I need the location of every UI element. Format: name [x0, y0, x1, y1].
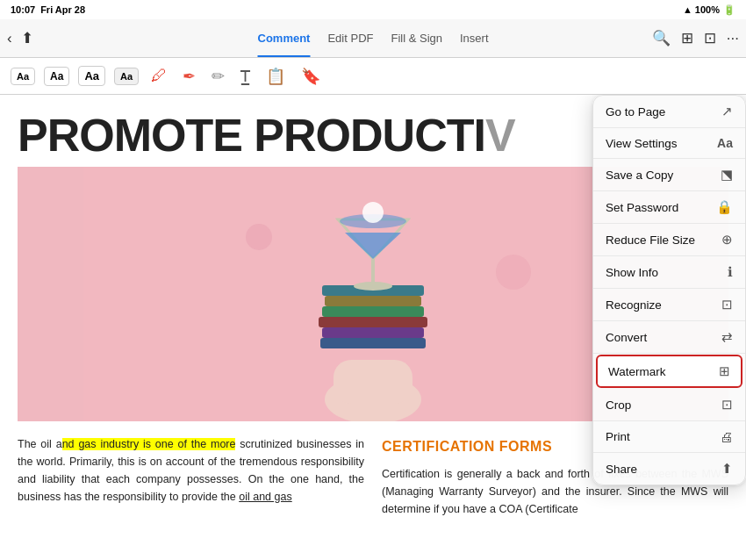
text-tool[interactable]: T̲ — [237, 63, 254, 90]
wifi-icon: ▲ 100% — [683, 4, 720, 15]
menu-label-view-settings: View Settings — [606, 137, 678, 150]
menu-label-set-password: Set Password — [606, 201, 678, 214]
svg-point-12 — [362, 202, 384, 223]
back-icon[interactable]: ‹ — [7, 30, 12, 47]
search-icon[interactable]: 🔍 — [652, 29, 671, 47]
sticky-note-tool[interactable]: 📋 — [262, 63, 289, 90]
menu-label-save-copy: Save a Copy — [606, 169, 673, 182]
tab-comment[interactable]: Comment — [257, 28, 310, 48]
svg-rect-2 — [334, 360, 412, 404]
svg-point-14 — [496, 255, 531, 290]
menu-label-watermark: Watermark — [608, 365, 666, 378]
text-size-3[interactable]: Aa — [78, 66, 105, 86]
menu-label-go-to-page: Go to Page — [606, 105, 665, 118]
more-icon[interactable]: ··· — [727, 30, 739, 47]
highlight-tool[interactable]: 🖊 — [147, 63, 170, 89]
toolbar: ‹ ⬆ Comment Edit PDF Fill & Sign Insert … — [0, 19, 746, 58]
annotation-toolbar: Aa Aa Aa Aa 🖊 ✒ ✏ T̲ 📋 🔖 — [0, 58, 746, 95]
text-size-4[interactable]: Aa — [114, 68, 139, 85]
menu-item-share[interactable]: Share ⬆ — [593, 453, 745, 485]
menu-item-set-password[interactable]: Set Password 🔒 — [593, 191, 745, 224]
menu-item-reduce-size[interactable]: Reduce File Size ⊕ — [593, 224, 745, 256]
menu-label-share: Share — [606, 463, 637, 476]
svg-rect-7 — [325, 296, 421, 306]
menu-item-crop[interactable]: Crop ⊡ — [593, 389, 745, 421]
show-info-icon: ℹ — [728, 264, 733, 280]
battery-icon: 🔋 — [723, 4, 735, 16]
crop-icon: ⊡ — [721, 397, 733, 413]
svg-rect-3 — [320, 338, 426, 348]
recognize-icon: ⊡ — [721, 297, 733, 312]
status-bar: 10:07 Fri Apr 28 ▲ 100% 🔋 — [0, 0, 746, 19]
pen-tool[interactable]: ✒ — [179, 63, 199, 90]
menu-label-convert: Convert — [606, 331, 647, 344]
menu-item-go-to-page[interactable]: Go to Page ↗ — [593, 96, 745, 128]
underlined-text: oil and gas — [239, 491, 291, 503]
menu-label-print: Print — [606, 430, 630, 443]
menu-item-convert[interactable]: Convert ⇄ — [593, 321, 745, 354]
tab-edit-pdf[interactable]: Edit PDF — [327, 28, 373, 48]
eraser-tool[interactable]: ✏ — [208, 63, 228, 90]
convert-icon: ⇄ — [721, 329, 733, 345]
print-icon: 🖨 — [720, 429, 733, 444]
tab-fill-sign[interactable]: Fill & Sign — [391, 28, 442, 48]
toolbar-left: ‹ ⬆ — [7, 29, 33, 47]
menu-label-show-info: Show Info — [606, 266, 658, 279]
go-to-page-icon: ↗ — [721, 104, 733, 119]
svg-point-10 — [354, 282, 392, 291]
tab-insert[interactable]: Insert — [460, 28, 489, 48]
dropdown-menu: Go to Page ↗ View Settings Aa Save a Cop… — [592, 95, 746, 485]
save-copy-icon: ⬔ — [721, 167, 733, 183]
stamp-tool[interactable]: 🔖 — [298, 63, 324, 90]
svg-rect-6 — [322, 306, 424, 317]
menu-label-recognize: Recognize — [606, 298, 662, 312]
status-left: 10:07 Fri Apr 28 — [11, 4, 85, 15]
main-content: PROMOTE PRODUCTIV — [0, 95, 746, 560]
menu-item-save-copy[interactable]: Save a Copy ⬔ — [593, 159, 745, 191]
grid-icon[interactable]: ⊞ — [681, 29, 693, 47]
menu-item-recognize[interactable]: Recognize ⊡ — [593, 289, 745, 321]
share-toolbar-icon[interactable]: ⬆ — [21, 29, 33, 47]
menu-label-crop: Crop — [606, 398, 631, 412]
text-size-2[interactable]: Aa — [44, 67, 69, 86]
highlighted-text: nd gas industry is one of the more — [62, 438, 236, 450]
toolbar-right: 🔍 ⊞ ⊡ ··· — [652, 29, 739, 47]
status-time: 10:07 — [11, 4, 35, 15]
pdf-col-1: The oil and gas industry is one of the m… — [18, 435, 364, 518]
svg-point-13 — [246, 224, 272, 250]
share-icon: ⬆ — [721, 461, 733, 477]
view-settings-icon: Aa — [717, 136, 733, 150]
status-day: Fri Apr 28 — [40, 4, 85, 15]
svg-rect-5 — [319, 317, 427, 327]
display-icon[interactable]: ⊡ — [704, 29, 716, 47]
menu-item-print[interactable]: Print 🖨 — [593, 421, 745, 453]
status-right: ▲ 100% 🔋 — [683, 4, 735, 16]
menu-item-view-settings[interactable]: View Settings Aa — [593, 128, 745, 159]
watermark-icon: ⊞ — [719, 363, 730, 379]
svg-rect-4 — [322, 327, 424, 338]
menu-item-show-info[interactable]: Show Info ℹ — [593, 256, 745, 289]
set-password-icon: 🔒 — [716, 199, 733, 215]
menu-label-reduce-size: Reduce File Size — [606, 233, 695, 247]
text-size-1[interactable]: Aa — [11, 68, 35, 85]
reduce-size-icon: ⊕ — [721, 232, 733, 248]
menu-item-watermark[interactable]: Watermark ⊞ — [596, 355, 742, 388]
toolbar-tabs: Comment Edit PDF Fill & Sign Insert — [257, 28, 488, 48]
